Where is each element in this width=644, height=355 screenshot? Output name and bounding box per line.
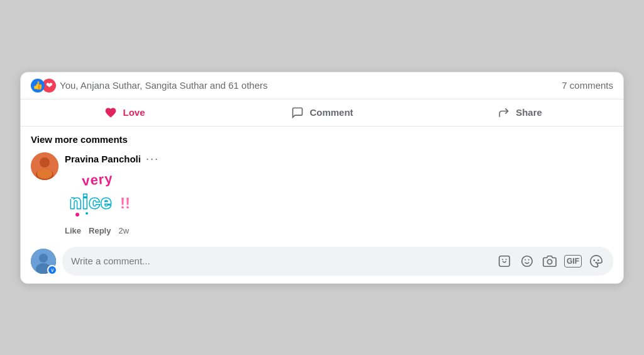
reaction-icons: 👍 ❤ [31,79,56,93]
very-nice-sticker: very nice nice !! [65,169,134,220]
svg-text:very: very [81,170,113,188]
more-options-button[interactable]: ··· [146,152,159,166]
svg-point-21 [597,259,599,261]
gif-icon[interactable]: GIF [564,255,582,268]
like-action[interactable]: Like [65,226,81,235]
view-more-comments[interactable]: View more comments [21,127,623,147]
svg-rect-13 [499,256,510,266]
comment-input-wrapper[interactable]: GIF [62,247,613,276]
share-label: Share [516,107,542,118]
sticker-icon[interactable] [496,253,513,269]
love-button-icon [104,106,118,120]
comment-button[interactable]: Comment [223,101,421,125]
like-icon: 👍 [31,79,45,93]
comment-input[interactable] [71,256,496,266]
camera-icon[interactable] [541,253,558,269]
reactions-left: 👍 ❤ You, Anjana Suthar, Sangita Suthar a… [31,79,268,93]
comment-header: Pravina Pancholi ··· [65,152,613,166]
comment-time: 2w [118,226,129,235]
love-label: Love [123,107,145,118]
svg-point-19 [547,259,552,264]
comment-actions: Like Reply 2w [65,226,613,235]
reply-action[interactable]: Reply [89,226,111,235]
svg-point-20 [593,259,595,261]
share-button[interactable]: Share [421,101,618,125]
sticker-area: very nice nice !! [65,169,613,222]
actions-row: Love Comment Share [21,99,623,127]
svg-text:!!: !! [120,194,130,211]
share-button-icon [497,106,511,120]
facebook-post-card: 👍 ❤ You, Anjana Suthar, Sangita Suthar a… [20,72,624,284]
svg-text:nice: nice [70,191,113,212]
avatar-badge[interactable]: ∨ [47,265,57,275]
svg-point-16 [522,256,533,266]
reactions-row: 👍 ❤ You, Anjana Suthar, Sangita Suthar a… [21,72,623,99]
love-button[interactable]: Love [26,101,223,125]
svg-point-1 [40,157,50,167]
commenter-name[interactable]: Pravina Pancholi [65,154,141,164]
svg-point-8 [75,213,79,217]
comment-section: Pravina Pancholi ··· very nice nice ! [21,147,623,240]
svg-point-11 [39,254,48,262]
comments-count[interactable]: 7 comments [562,80,613,91]
write-comment-row: ∨ [21,240,623,283]
drawing-icon[interactable] [588,253,604,269]
svg-point-22 [596,261,597,263]
svg-point-9 [86,212,88,215]
svg-point-3 [37,169,52,179]
comment-item: Pravina Pancholi ··· very nice nice ! [31,152,613,235]
comment-button-icon [291,106,304,120]
avatar [31,152,58,180]
gif-label: GIF [567,257,579,266]
user-avatar: ∨ [31,249,56,274]
comment-content: Pravina Pancholi ··· very nice nice ! [65,152,613,235]
comment-input-icons: GIF [496,253,604,269]
comment-label: Comment [309,107,353,118]
reactions-count[interactable]: You, Anjana Suthar, Sangita Suthar and 6… [60,80,268,91]
emoji-icon[interactable] [519,253,535,269]
